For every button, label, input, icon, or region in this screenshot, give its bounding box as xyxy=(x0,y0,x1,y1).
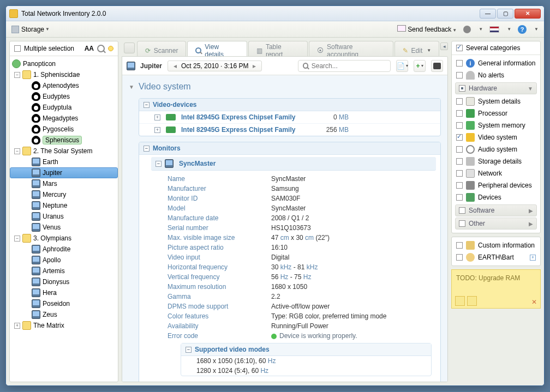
search-icon xyxy=(303,63,308,69)
sticky-note[interactable]: TODO: Upgrade RAM ✕ xyxy=(451,269,541,309)
help-icon[interactable]: ? xyxy=(518,25,527,34)
next-arrow-icon[interactable]: ▸ xyxy=(250,62,258,70)
close-button[interactable]: ✕ xyxy=(515,9,541,19)
add-icon[interactable]: + xyxy=(530,255,536,261)
penguin-icon xyxy=(32,136,40,144)
host-icon xyxy=(32,267,40,275)
custom-info[interactable]: Custom information xyxy=(455,239,537,251)
penguin-icon xyxy=(32,125,40,134)
note-text: TODO: Upgrade RAM xyxy=(456,274,520,282)
device-row[interactable]: +Intel 82945G Express Chipset Family256 … xyxy=(139,124,440,136)
video-devices-box: −Video-devices +Intel 82945G Express Chi… xyxy=(139,98,441,136)
detail-content[interactable]: ▼Video system −Video-devices +Intel 8294… xyxy=(122,75,447,382)
tab-scanner[interactable]: ⟳Scanner xyxy=(137,41,187,56)
titlebar[interactable]: Total Network Inventory 2.0.0 — ▢ ✕ xyxy=(6,6,544,21)
tab-edit[interactable]: ✎Edit▼ xyxy=(394,41,440,56)
folder-icon xyxy=(22,321,31,330)
cat-system-details[interactable]: System details xyxy=(455,95,537,107)
host-icon xyxy=(32,310,40,319)
cpu-icon xyxy=(466,109,475,118)
panel-toggle-button[interactable] xyxy=(124,43,135,53)
collapse-toggle[interactable]: − xyxy=(156,161,162,167)
print-button[interactable] xyxy=(431,60,443,72)
tab-table-report[interactable]: ▥Table report xyxy=(248,41,308,56)
user-info[interactable]: EARTH\Bart+ xyxy=(455,251,537,263)
tree-node-jupiter[interactable]: Jupiter xyxy=(10,167,118,178)
collapse-toggle[interactable]: − xyxy=(144,102,150,108)
host-icon xyxy=(32,299,40,308)
storage-menu[interactable]: Storage xyxy=(21,26,44,33)
maximize-button[interactable]: ▢ xyxy=(497,9,513,19)
multi-select-checkbox[interactable] xyxy=(14,45,21,52)
tab-view-details[interactable]: View details xyxy=(187,41,247,56)
expand-toggle[interactable]: + xyxy=(154,114,160,120)
cat-storage[interactable]: Storage details xyxy=(455,155,537,167)
collapse-toggle[interactable]: − xyxy=(144,146,150,152)
cat-hardware-group[interactable]: Hardware▼ xyxy=(455,82,537,94)
app-icon xyxy=(9,9,18,18)
cat-software-group[interactable]: Software▶ xyxy=(455,204,537,216)
cat-other-group[interactable]: Other▶ xyxy=(455,218,537,230)
asset-tree[interactable]: Panopticon −1. Spheniscidae Aptenodytes … xyxy=(10,56,118,382)
detail-toolbar: Jupiter ◂Oct 25, 2010 · 3:16 PM▸ 📄▾ +▾ xyxy=(122,57,447,75)
category-panel: Several categories iGeneral information … xyxy=(451,41,541,382)
edit-note-button[interactable] xyxy=(455,296,465,306)
panel-toggle-button[interactable]: ◂ xyxy=(440,43,448,50)
cat-no-alerts[interactable]: No alerts xyxy=(455,69,537,81)
export-button[interactable]: 📄▾ xyxy=(396,60,408,72)
feedback-link[interactable]: Send feedback▼ xyxy=(397,25,457,33)
cat-devices[interactable]: Devices xyxy=(455,191,537,203)
search-icon[interactable] xyxy=(97,45,105,52)
penguin-icon xyxy=(32,92,40,101)
host-icon xyxy=(32,179,40,188)
expand-toggle[interactable]: + xyxy=(154,127,160,133)
categories-checkbox[interactable] xyxy=(456,45,463,51)
cat-processor[interactable]: Processor xyxy=(455,107,537,119)
cat-network[interactable]: Network xyxy=(455,167,537,179)
network-icon xyxy=(466,169,475,178)
envelope-icon xyxy=(397,25,406,32)
collapse-toggle[interactable]: − xyxy=(14,148,20,154)
host-icon xyxy=(32,212,40,221)
cat-memory[interactable]: System memory xyxy=(455,119,537,131)
storage-icon xyxy=(11,26,19,33)
collapse-toggle[interactable]: − xyxy=(14,72,20,78)
tab-bar: ⟳Scanner View details ▥Table report ⦿Sof… xyxy=(122,41,448,56)
app-window: Total Network Inventory 2.0.0 — ▢ ✕ Stor… xyxy=(5,5,545,386)
audio-icon xyxy=(466,145,475,154)
cat-audio-system[interactable]: Audio system xyxy=(455,143,537,155)
copy-note-button[interactable] xyxy=(467,296,477,306)
host-icon xyxy=(32,256,40,264)
hint-icon[interactable] xyxy=(108,46,113,51)
section-title[interactable]: ▼Video system xyxy=(129,80,441,96)
cat-general-info[interactable]: iGeneral information xyxy=(455,57,537,69)
cat-video-system[interactable]: Video system xyxy=(455,131,537,143)
collapse-toggle[interactable]: − xyxy=(186,347,192,353)
gear-icon[interactable] xyxy=(463,26,471,33)
expand-toggle[interactable]: + xyxy=(14,323,20,329)
prev-arrow-icon[interactable]: ◂ xyxy=(171,62,179,70)
main-toolbar: Storage▼ Send feedback▼ ▼ ▼ ?▼ xyxy=(6,21,544,38)
custom-icon xyxy=(466,241,475,250)
globe-icon xyxy=(12,59,21,68)
add-button[interactable]: +▾ xyxy=(414,60,426,72)
tab-software[interactable]: ⦿Software accounting xyxy=(309,41,393,56)
host-icon xyxy=(32,201,40,210)
collapse-icon: ▼ xyxy=(129,84,134,90)
penguin-icon xyxy=(32,114,40,123)
language-flag-icon[interactable] xyxy=(489,26,499,33)
collapse-toggle[interactable]: − xyxy=(14,236,20,242)
search-input[interactable] xyxy=(298,60,391,72)
device-row[interactable]: +Intel 82945G Express Chipset Family0 MB xyxy=(139,111,440,124)
font-size-button[interactable]: AA xyxy=(85,45,94,52)
devices-icon xyxy=(466,193,475,202)
snapshot-picker[interactable]: ◂Oct 25, 2010 · 3:16 PM▸ xyxy=(168,61,262,71)
info-icon: i xyxy=(466,59,475,68)
user-icon xyxy=(466,253,475,262)
host-icon xyxy=(127,62,135,70)
cat-peripheral[interactable]: Peripheral devices xyxy=(455,179,537,191)
printer-icon xyxy=(433,63,441,69)
close-note-button[interactable]: ✕ xyxy=(531,298,537,306)
minimize-button[interactable]: — xyxy=(480,9,496,19)
folder-icon xyxy=(22,234,31,243)
